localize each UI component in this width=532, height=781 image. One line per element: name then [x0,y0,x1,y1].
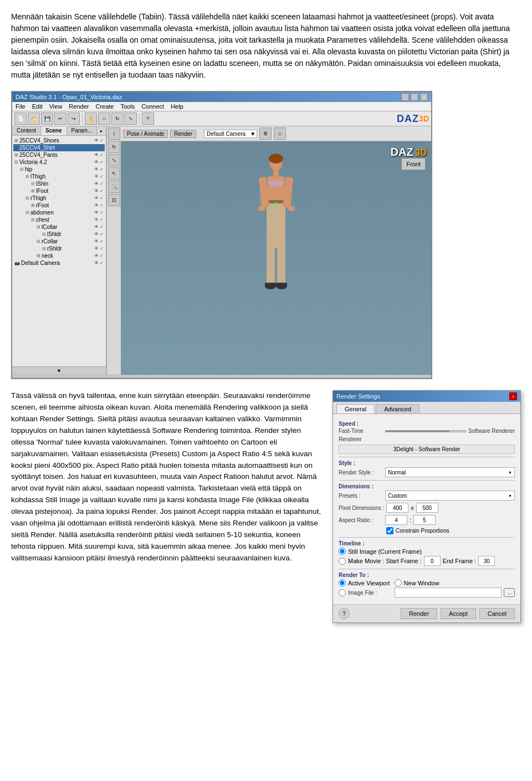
camera-dropdown[interactable]: Default Camera ▼ [204,130,257,138]
toolbar-scale[interactable]: ⤡ [125,113,137,125]
aspect-width-input[interactable] [385,515,407,525]
tree-item-abdomen[interactable]: ⊟ abdomen 👁 ✓ [13,209,105,216]
tab-scene[interactable]: Scene [41,126,66,135]
camera-home-btn[interactable]: ⌂ [274,127,286,140]
toolbar-redo[interactable]: ↪ [68,113,80,125]
presets-dropdown[interactable]: Custom ▼ [385,491,515,501]
render-accept-btn[interactable]: Accept [441,608,476,619]
toolbar-open[interactable]: 📂 [28,113,40,125]
tree-item-victoria[interactable]: ⊟ Victoria 4.2 👁 ✓ [13,159,105,166]
tool-rotate[interactable]: ↻ [108,141,120,153]
svg-rect-16 [265,283,276,287]
active-viewport-radio[interactable] [339,579,346,586]
minimize-btn[interactable]: _ [401,93,409,101]
panel-scroll-bottom[interactable]: ▼ [12,366,106,375]
image-file-browse-btn[interactable]: ... [504,588,515,597]
render-help-btn[interactable]: ? [339,608,350,619]
toolbar-pose[interactable]: ✋ [85,113,97,125]
menu-connect[interactable]: Connect [141,103,164,110]
render-tab-advanced[interactable]: Advanced [376,404,420,414]
tool-select[interactable]: ↖ [108,167,120,180]
tree-item-hip[interactable]: ⊟ hip 👁 ✓ [13,166,105,173]
render-render-btn[interactable]: Render [401,608,437,619]
tree-item-shirt[interactable]: ⊞ 25CCV4_Shirt — ✓ [13,144,105,151]
render-dialog-close[interactable]: × [509,392,517,400]
tree-eye-camera[interactable]: 👁 ✓ [94,261,104,266]
menu-view[interactable]: View [49,103,63,110]
end-frame-input[interactable] [478,556,495,566]
menu-file[interactable]: File [16,103,25,110]
tree-item-neck[interactable]: ⊞ neck 👁 ✓ [13,252,105,259]
render-tab-general[interactable]: General [336,404,375,414]
tree-eye-neck[interactable]: 👁 ✓ [94,253,104,258]
tree-item-rthigh[interactable]: ⊟ rThigh 👁 ✓ [13,195,105,202]
tree-eye-lfoot[interactable]: 👁 ✓ [94,188,104,193]
tree-eye-rshldr[interactable]: 👁 ✓ [94,246,104,251]
tool-zoom[interactable]: 🔍 [108,181,120,193]
render-cancel-btn[interactable]: Cancel [479,608,515,619]
menu-render[interactable]: Render [69,103,89,110]
tree-eye-shoes[interactable]: 👁 ✓ [94,138,104,143]
tab-arrow[interactable]: ▸ [97,126,106,135]
toolbar-save[interactable]: 💾 [41,113,53,125]
tree-eye-victoria[interactable]: 👁 ✓ [94,160,104,165]
maximize-btn[interactable]: □ [411,93,418,101]
tree-eye-lcollar[interactable]: 👁 ✓ [94,224,104,229]
tree-camera-icon: 📷 [14,261,20,266]
tree-item-lthigh[interactable]: ⊟ lThigh 👁 ✓ [13,173,105,180]
tool-scale2[interactable]: ⤡ [108,154,120,166]
tree-item-rshldr[interactable]: ⊟ rShldr 👁 ✓ [13,245,105,252]
toolbar-new[interactable]: 📄 [14,113,27,125]
toolbar-rotate[interactable]: ↻ [111,113,124,125]
tab-content[interactable]: Content [12,126,41,135]
start-frame-input[interactable] [424,556,441,566]
render-style-dropdown[interactable]: Normal ▼ [385,467,515,477]
toolbar-move[interactable]: ↔ [98,113,110,125]
fast-time-slider[interactable] [385,430,466,432]
image-file-input[interactable] [395,588,502,598]
tree-item-pants[interactable]: ⊞ 25CCV4_Pants 👁 ✓ [13,151,105,159]
tree-eye-rcollar[interactable]: 👁 ✓ [94,239,104,244]
menu-edit[interactable]: Edit [32,103,43,110]
close-btn[interactable]: × [420,93,428,101]
tree-item-rcollar[interactable]: ⊟ rCollar 👁 ✓ [13,238,105,245]
still-image-radio[interactable] [339,548,346,555]
tree-eye-rfoot[interactable]: 👁 ✓ [94,203,104,208]
pixel-width-input[interactable] [386,503,408,513]
tool-fit[interactable]: ⊡ [108,194,120,206]
tab-parameters[interactable]: Param... [67,126,98,135]
tree-eye-lshin[interactable]: 👁 ✓ [94,181,104,186]
pose-animate-tab[interactable]: Pose / Animate [123,130,168,138]
toolbar-undo[interactable]: ↩ [54,113,66,125]
menu-help[interactable]: Help [171,103,183,110]
pixel-height-input[interactable] [416,503,438,513]
tree-item-lshldr[interactable]: ⊟ lShldr 👁 ✓ [13,231,105,238]
tree-eye-pants[interactable]: 👁 ✓ [94,152,104,157]
tree-item-lfoot[interactable]: ⊞ lFoot 👁 ✓ [13,187,105,195]
tree-eye-rthigh[interactable]: 👁 ✓ [94,196,104,201]
tree-expand-shirt-icon: ⊞ [14,145,18,150]
tree-eye-abdomen[interactable]: 👁 ✓ [94,210,104,215]
render-tab[interactable]: Render [170,130,196,138]
menu-tools[interactable]: Tools [120,103,135,110]
image-file-radio[interactable] [339,589,346,596]
new-window-radio[interactable] [395,579,402,586]
tree-item-rfoot[interactable]: ⊞ rFoot 👁 ✓ [13,202,105,209]
tree-eye-lthigh[interactable]: 👁 ✓ [94,174,104,179]
tree-eye-lshldr[interactable]: 👁 ✓ [94,232,104,237]
tree-eye-hip[interactable]: 👁 ✓ [94,167,104,172]
tool-translate[interactable]: ↕ [108,127,120,140]
tree-eye-shirt[interactable]: — ✓ [94,145,104,150]
constrain-checkbox[interactable] [386,527,393,534]
tree-eye-chest[interactable]: 👁 ✓ [94,217,104,222]
tree-item-shoes[interactable]: ⊞ 25CCV4_Shoes 👁 ✓ [13,137,105,144]
tree-item-camera[interactable]: 📷 Default Camera 👁 ✓ [13,259,105,267]
tree-item-lcollar[interactable]: ⊟ lCollar 👁 ✓ [13,223,105,231]
tree-item-chest[interactable]: ⊟ chest 👁 ✓ [13,216,105,223]
tree-item-lshin[interactable]: ⊟ lShin 👁 ✓ [13,180,105,187]
aspect-height-input[interactable] [413,515,436,525]
toolbar-help[interactable]: ? [142,113,154,125]
camera-settings-btn[interactable]: ⚙ [259,127,272,140]
make-movie-radio[interactable] [339,558,346,565]
menu-create[interactable]: Create [95,103,114,110]
